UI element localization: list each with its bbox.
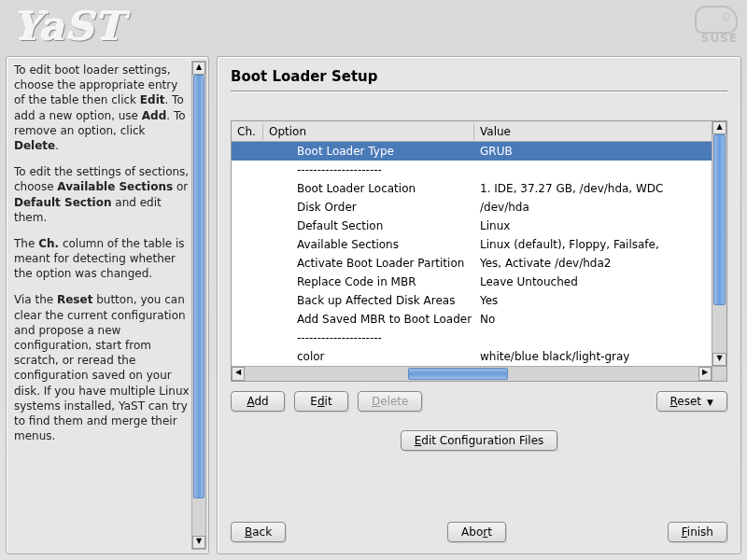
suse-logo: SUSE — [695, 4, 738, 45]
edit-button[interactable]: Edit — [294, 391, 348, 412]
options-table: Ch. Option Value Boot Loader TypeGRUB---… — [231, 120, 727, 382]
scroll-thumb[interactable] — [713, 134, 726, 305]
table-row[interactable]: Default SectionLinux — [232, 217, 712, 235]
table-row[interactable]: Available SectionsLinux (default), Flopp… — [232, 235, 712, 254]
back-button[interactable]: Back — [231, 522, 286, 542]
scroll-thumb[interactable] — [408, 368, 508, 380]
help-text: To edit boot loader settings, choose the… — [14, 63, 191, 443]
table-row[interactable]: Replace Code in MBRLeave Untouched — [232, 273, 712, 291]
col-option[interactable]: Option — [263, 123, 474, 140]
help-bold: Edit — [140, 93, 165, 106]
btn-rest: it — [325, 395, 332, 408]
table-row[interactable]: Boot Loader Location1. IDE, 37.27 GB, /d… — [232, 179, 712, 198]
scroll-up-icon[interactable]: ▲ — [712, 121, 726, 134]
table-header: Ch. Option Value — [232, 121, 726, 142]
scroll-thumb[interactable] — [193, 75, 204, 498]
cell-option: Boot Loader Location — [263, 182, 474, 195]
cell-option: --------------------- — [263, 331, 474, 344]
help-span: or — [173, 180, 188, 193]
btn-rest: elete — [380, 395, 408, 408]
cell-option: Boot Loader Type — [263, 145, 474, 158]
yast-logo: YaST — [13, 4, 125, 49]
help-bold: Available Sections — [57, 180, 173, 193]
btn-rest: inish — [687, 525, 713, 539]
btn-rest: ack — [252, 525, 272, 539]
title-rule — [231, 91, 727, 92]
finish-button[interactable]: Finish — [668, 522, 727, 542]
col-value[interactable]: Value — [474, 123, 726, 140]
cell-value: Yes, Activate /dev/hda2 — [474, 257, 712, 270]
cell-value: 1. IDE, 37.27 GB, /dev/hda, WDC — [474, 182, 712, 195]
cell-value: GRUB — [474, 145, 712, 158]
cell-option: Disk Order — [263, 201, 474, 214]
cell-value: white/blue black/light-gray — [474, 350, 712, 363]
help-bold: Default Section — [14, 196, 112, 209]
cell-option: Replace Code in MBR — [263, 275, 474, 288]
abort-button[interactable]: Abort — [447, 522, 506, 542]
help-span: Via the — [14, 293, 57, 306]
table-row[interactable]: --------------------- — [232, 329, 712, 347]
scroll-right-icon[interactable]: ▶ — [698, 367, 712, 381]
table-row[interactable]: colorwhite/blue black/light-gray — [232, 347, 712, 366]
chevron-down-icon: ▼ — [707, 398, 713, 407]
cell-option: Default Section — [263, 219, 474, 232]
table-hscrollbar[interactable]: ◀ ▶ — [232, 366, 712, 381]
cell-option: Add Saved MBR to Boot Loader Menu — [263, 313, 474, 326]
cell-value: No — [474, 313, 712, 326]
delete-button[interactable]: Delete — [358, 391, 422, 412]
table-vscrollbar[interactable]: ▲ ▼ — [712, 121, 726, 366]
help-bold: Reset — [57, 293, 92, 306]
cell-value: Leave Untouched — [474, 275, 712, 288]
btn-rest: dit Configuration Files — [421, 434, 543, 447]
btn-rest: t — [487, 525, 492, 539]
table-body[interactable]: Boot Loader TypeGRUB--------------------… — [232, 142, 712, 366]
cell-option: Back up Affected Disk Areas — [263, 294, 474, 307]
page-title: Boot Loader Setup — [231, 68, 727, 85]
help-span: The — [14, 237, 38, 250]
help-bold: Delete — [14, 139, 55, 152]
cell-value: Yes — [474, 294, 712, 307]
btn-pre: Abo — [461, 525, 483, 539]
btn-rest: dd — [254, 395, 268, 408]
add-button[interactable]: Add — [231, 391, 285, 412]
btn-rest: eset — [677, 395, 701, 408]
table-row[interactable]: Add Saved MBR to Boot Loader MenuNo — [232, 310, 712, 329]
help-scrollbar[interactable]: ▲ ▼ — [191, 61, 206, 550]
reset-button[interactable]: Reset▼ — [656, 391, 727, 412]
table-row[interactable]: Boot Loader TypeGRUB — [232, 142, 712, 161]
btn-pre: E — [310, 395, 317, 408]
help-bold: Ch. — [38, 237, 59, 250]
table-row[interactable]: --------------------- — [232, 161, 712, 179]
col-ch[interactable]: Ch. — [232, 123, 263, 140]
help-span: button, you can clear the current config… — [14, 293, 190, 442]
table-row[interactable]: Disk Order/dev/hda — [232, 198, 712, 217]
scroll-up-icon[interactable]: ▲ — [192, 62, 205, 75]
scroll-down-icon[interactable]: ▼ — [192, 536, 205, 549]
suse-text: SUSE — [695, 32, 738, 45]
cell-value: /dev/hda — [474, 201, 712, 214]
scroll-corner — [712, 366, 726, 381]
edit-config-files-button[interactable]: Edit Configuration Files — [401, 430, 558, 451]
cell-option: Available Sections — [263, 238, 474, 251]
cell-option: --------------------- — [263, 163, 474, 176]
scroll-down-icon[interactable]: ▼ — [712, 353, 726, 366]
cell-value: Linux (default), Floppy, Failsafe, — [474, 238, 712, 251]
chameleon-icon — [695, 6, 738, 34]
help-span: . — [55, 139, 59, 152]
table-row[interactable]: Activate Boot Loader PartitionYes, Activ… — [232, 254, 712, 273]
table-row[interactable]: Back up Affected Disk AreasYes — [232, 291, 712, 310]
help-panel: To edit boot loader settings, choose the… — [6, 56, 209, 554]
cell-value: Linux — [474, 219, 712, 232]
scroll-left-icon[interactable]: ◀ — [232, 367, 245, 381]
cell-option: color — [263, 350, 474, 363]
cell-option: Activate Boot Loader Partition — [263, 257, 474, 270]
help-bold: Add — [142, 109, 166, 122]
main-panel: Boot Loader Setup Ch. Option Value Boot … — [217, 56, 741, 554]
